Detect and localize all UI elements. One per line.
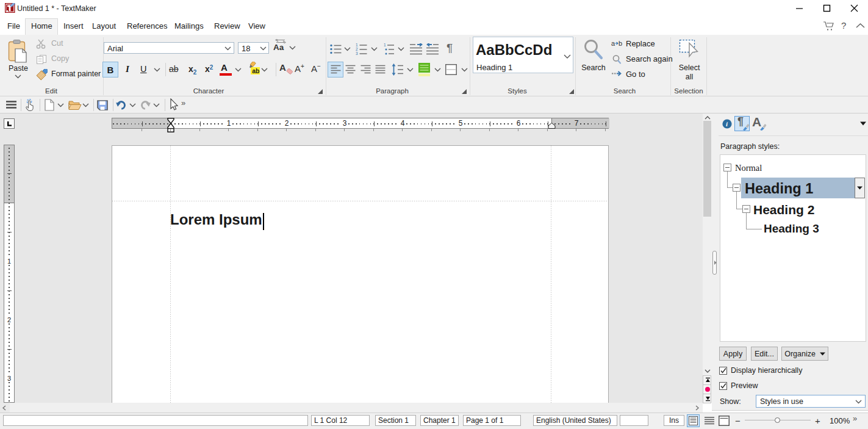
svg-text:1: 1 [356,43,358,47]
svg-text:a: a [611,40,615,47]
svg-text:3: 3 [356,51,358,55]
svg-text:1: 1 [384,43,386,47]
svg-text:ab: ab [252,67,259,74]
svg-text:2: 2 [356,47,358,51]
svg-text:b: b [619,40,622,47]
